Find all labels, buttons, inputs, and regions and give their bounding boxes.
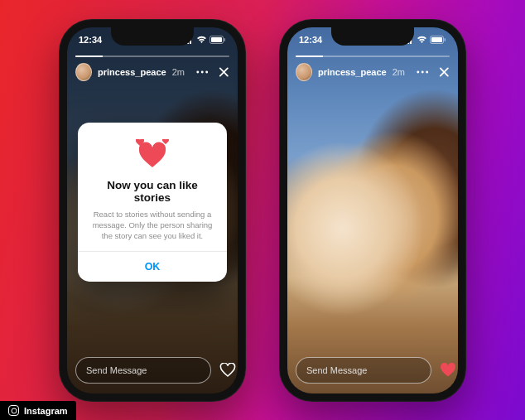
story-username[interactable]: princess_peace <box>98 67 166 77</box>
phone-right-screen: 12:34 princess_peace 2m <box>287 27 458 393</box>
story-timestamp: 2m <box>172 67 185 77</box>
status-time: 12:34 <box>299 35 322 45</box>
story-photo[interactable] <box>287 27 458 393</box>
svg-point-8 <box>201 70 204 73</box>
status-time: 12:34 <box>79 35 102 45</box>
popup-ok-button[interactable]: OK <box>89 252 215 282</box>
svg-point-7 <box>196 70 199 73</box>
phone-right: 12:34 princess_peace 2m <box>279 19 466 402</box>
story-progress-fill <box>296 56 323 57</box>
like-story-button[interactable] <box>219 361 236 379</box>
send-message-input[interactable] <box>75 357 211 384</box>
story-header: princess_peace 2m <box>287 51 458 81</box>
avatar[interactable] <box>75 63 92 81</box>
svg-rect-6 <box>224 38 226 41</box>
wifi-icon <box>417 36 427 44</box>
like-stories-popup: Now you can like stories React to storie… <box>78 122 227 282</box>
watermark-label: Instagram <box>24 406 68 416</box>
story-username[interactable]: princess_peace <box>318 67 387 77</box>
heart-outline-icon <box>219 363 236 378</box>
source-watermark: Instagram <box>0 401 76 420</box>
svg-point-21 <box>421 70 424 73</box>
story-bottom-bar <box>287 350 458 393</box>
heart-icon <box>139 142 166 167</box>
mini-heart-icon <box>162 138 169 143</box>
story-timestamp: 2m <box>393 67 405 77</box>
close-icon[interactable] <box>439 66 450 78</box>
story-progress-fill <box>75 56 103 57</box>
send-message-input[interactable] <box>296 357 431 384</box>
story-header: princess_peace 2m <box>67 51 238 81</box>
story-progress-bar <box>296 56 450 57</box>
more-icon[interactable] <box>196 70 208 74</box>
heart-filled-icon <box>440 363 456 378</box>
popup-title: Now you can like stories <box>89 178 215 203</box>
phone-notch <box>331 27 414 46</box>
instagram-glyph-icon <box>8 405 19 416</box>
story-bottom-bar <box>67 350 238 393</box>
svg-rect-5 <box>211 37 222 42</box>
battery-icon <box>210 36 226 44</box>
story-progress-bar <box>75 56 229 57</box>
popup-body: React to stories without sending a messa… <box>89 208 215 241</box>
more-icon[interactable] <box>417 70 428 74</box>
svg-point-22 <box>426 70 428 73</box>
phone-mockups-row: 12:34 princess_peace 2m <box>0 0 525 420</box>
svg-point-9 <box>205 70 208 73</box>
story-user-row[interactable]: princess_peace 2m <box>75 63 229 81</box>
like-story-button[interactable] <box>440 361 456 379</box>
phone-left: 12:34 princess_peace 2m <box>59 19 246 402</box>
close-icon[interactable] <box>219 66 229 78</box>
hearts-illustration <box>132 138 172 170</box>
wifi-icon <box>196 36 207 44</box>
battery-icon <box>430 36 446 44</box>
story-user-row[interactable]: princess_peace 2m <box>296 63 450 81</box>
svg-rect-18 <box>431 37 442 42</box>
phone-notch <box>111 27 194 46</box>
avatar[interactable] <box>296 63 312 81</box>
svg-rect-19 <box>445 38 446 41</box>
svg-point-20 <box>417 70 419 73</box>
phone-left-screen: 12:34 princess_peace 2m <box>67 27 238 393</box>
